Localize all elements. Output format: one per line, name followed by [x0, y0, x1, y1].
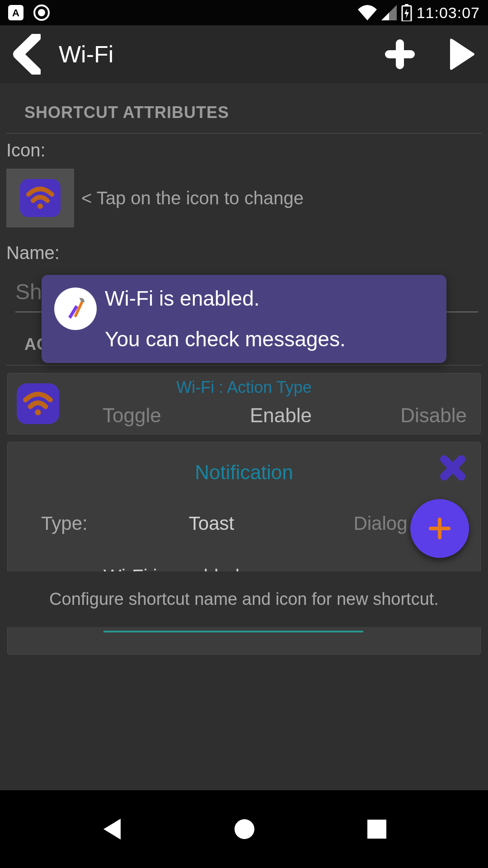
icon-label: Icon:: [6, 134, 482, 169]
shortcut-icon-picker[interactable]: [6, 169, 74, 227]
system-nav-bar: [0, 790, 488, 868]
wifi-app-icon: [20, 179, 61, 217]
notification-type-row: Type: Toast Dialog: [19, 499, 469, 548]
tools-icon: [54, 288, 97, 330]
svg-rect-14: [367, 820, 386, 839]
back-button[interactable]: [13, 34, 41, 75]
notification-title: Notification: [195, 461, 293, 483]
add-fab[interactable]: [410, 499, 469, 558]
action-type-card: Wi-Fi : Action Type Toggle Enable Disabl…: [7, 373, 481, 434]
toast-line2: You can check messages.: [105, 328, 428, 350]
add-button[interactable]: [383, 38, 417, 71]
footer-hint: Configure shortcut name and icon for new…: [0, 571, 488, 627]
svg-point-9: [35, 410, 41, 415]
svg-point-3: [38, 9, 45, 16]
action-option-enable[interactable]: Enable: [250, 404, 312, 427]
play-button[interactable]: [447, 38, 475, 71]
remove-notification-button[interactable]: [440, 455, 466, 481]
icon-change-hint: < Tap on the icon to change: [81, 188, 304, 208]
app-bar: Wi-Fi: [0, 25, 488, 83]
nav-recents-button[interactable]: [366, 819, 387, 840]
record-indicator-icon: [33, 5, 50, 21]
action-option-disable[interactable]: Disable: [400, 404, 467, 427]
wifi-icon: [358, 5, 377, 20]
status-bar: A 11:03:07: [0, 0, 488, 25]
status-time: 11:03:07: [417, 4, 480, 22]
page-title: Wi-Fi: [59, 41, 365, 68]
svg-point-13: [235, 819, 254, 839]
svg-rect-7: [385, 50, 415, 58]
battery-charging-icon: [401, 4, 412, 21]
divider: [6, 365, 482, 366]
content-area: SHORTCUT ATTRIBUTES Icon: < Tap on the i…: [0, 83, 488, 790]
svg-text:A: A: [12, 7, 19, 19]
nav-back-button[interactable]: [101, 817, 122, 841]
svg-rect-5: [405, 4, 408, 6]
action-type-title: Wi-Fi : Action Type: [8, 378, 480, 397]
keyboard-indicator-icon: A: [8, 5, 23, 20]
svg-rect-11: [429, 527, 450, 530]
toast-overlay: Wi-Fi is enabled. You can check messages…: [42, 275, 446, 363]
plus-icon: [425, 514, 454, 543]
type-option-toast[interactable]: Toast: [127, 513, 296, 534]
nav-home-button[interactable]: [233, 818, 256, 840]
svg-point-8: [38, 203, 43, 209]
action-option-toggle[interactable]: Toggle: [103, 404, 161, 427]
section-shortcut-attributes: SHORTCUT ATTRIBUTES: [6, 94, 482, 133]
cellular-signal-icon: [381, 5, 397, 20]
toast-line1: Wi-Fi is enabled.: [105, 288, 428, 309]
type-label: Type:: [23, 513, 127, 534]
name-label: Name:: [6, 236, 482, 271]
